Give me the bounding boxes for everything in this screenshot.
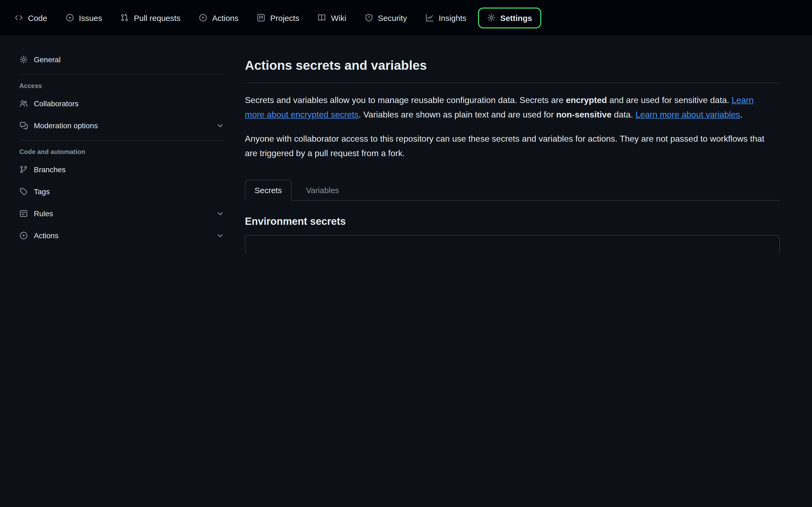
intro-text: . <box>740 110 743 119</box>
sidebar-section-code-automation: Code and automation <box>15 140 229 160</box>
shield-icon <box>364 13 373 22</box>
chevron-down-icon <box>216 121 224 130</box>
sidebar-item-moderation-options[interactable]: Moderation options <box>15 116 229 135</box>
sidebar-item-label: Branches <box>34 165 65 174</box>
intro-text: . Variables are shown as plain text and … <box>358 110 556 119</box>
secrets-variables-tabnav: Secrets Variables <box>245 180 780 201</box>
sidebar-item-general[interactable]: General <box>15 50 229 69</box>
sidebar-item-label: Webhooks <box>34 253 69 253</box>
comment-discussion-icon <box>19 121 28 130</box>
issue-opened-icon <box>65 13 74 22</box>
tab-projects[interactable]: Projects <box>250 8 306 27</box>
tab-wiki-label: Wiki <box>331 13 346 22</box>
tab-insights[interactable]: Insights <box>418 8 473 27</box>
tab-security-label: Security <box>378 13 407 22</box>
gear-icon <box>19 55 28 64</box>
fork-note-paragraph: Anyone with collaborator access to this … <box>245 131 774 160</box>
sidebar-item-tags[interactable]: Tags <box>15 182 229 201</box>
play-icon <box>199 13 207 22</box>
tab-pull-requests-label: Pull requests <box>134 13 180 22</box>
sidebar-item-actions[interactable]: Actions <box>15 226 229 245</box>
intro-text: Secrets and variables allow you to manag… <box>245 96 566 105</box>
intro-paragraph: Secrets and variables allow you to manag… <box>245 93 774 122</box>
tab-actions-label: Actions <box>212 13 239 22</box>
tab-code-label: Code <box>28 13 47 22</box>
sidebar-item-branches[interactable]: Branches <box>15 160 229 179</box>
tab-security[interactable]: Security <box>357 8 414 27</box>
graph-icon <box>425 13 434 22</box>
tab-issues-label: Issues <box>79 13 102 22</box>
project-columns-icon <box>257 13 265 22</box>
intro-text: and are used for sensitive data. <box>607 96 731 105</box>
environment-secrets-empty-state: This environment has no secrets. Manage … <box>245 235 780 253</box>
tab-settings[interactable]: Settings <box>478 7 541 28</box>
sidebar-item-label: Rules <box>34 209 53 218</box>
tab-secrets[interactable]: Secrets <box>245 180 292 201</box>
intro-bold-encrypted: encrypted <box>566 96 607 105</box>
sidebar-item-label: Actions <box>34 231 58 240</box>
sidebar-item-label: Collaborators <box>34 99 79 108</box>
sidebar-item-rules[interactable]: Rules <box>15 205 229 223</box>
chevron-down-icon <box>216 209 224 218</box>
play-icon <box>19 231 28 240</box>
sidebar-item-webhooks[interactable]: Webhooks <box>15 248 229 253</box>
chevron-down-icon <box>216 231 224 240</box>
people-icon <box>19 99 28 108</box>
settings-sidebar: General Access Collaborators Moderation … <box>0 36 236 253</box>
tab-projects-label: Projects <box>270 13 299 22</box>
intro-text: data. <box>611 110 635 119</box>
tab-actions[interactable]: Actions <box>192 8 245 27</box>
sidebar-item-collaborators[interactable]: Collaborators <box>15 95 229 113</box>
tab-issues[interactable]: Issues <box>58 8 109 27</box>
environment-secrets-heading: Environment secrets <box>245 216 780 227</box>
rules-icon <box>19 209 28 218</box>
sidebar-item-label: Tags <box>34 187 50 196</box>
page-title: Actions secrets and variables <box>245 58 780 73</box>
tag-icon <box>19 187 28 196</box>
webhook-icon <box>19 253 28 253</box>
code-icon <box>14 13 23 22</box>
gear-icon <box>487 13 495 22</box>
repo-topnav: Code Issues Pull requests Actions Projec… <box>0 0 812 36</box>
title-divider <box>245 82 780 83</box>
git-branch-icon <box>19 165 28 174</box>
book-icon <box>318 13 326 22</box>
tab-code[interactable]: Code <box>7 8 54 27</box>
tab-variables[interactable]: Variables <box>297 180 348 200</box>
tab-settings-label: Settings <box>500 13 532 22</box>
git-pull-request-icon <box>120 13 129 22</box>
tab-insights-label: Insights <box>439 13 466 22</box>
settings-content: Actions secrets and variables Secrets an… <box>236 36 812 253</box>
sidebar-item-label: General <box>34 55 61 64</box>
tab-pull-requests[interactable]: Pull requests <box>113 8 187 27</box>
variables-link[interactable]: Learn more about variables <box>635 110 740 119</box>
github-repo-settings-page: Code Issues Pull requests Actions Projec… <box>0 0 812 253</box>
tab-wiki[interactable]: Wiki <box>311 8 353 27</box>
sidebar-section-access: Access <box>15 74 229 95</box>
sidebar-item-label: Moderation options <box>34 121 98 130</box>
intro-bold-non-sensitive: non-sensitive <box>556 110 611 119</box>
